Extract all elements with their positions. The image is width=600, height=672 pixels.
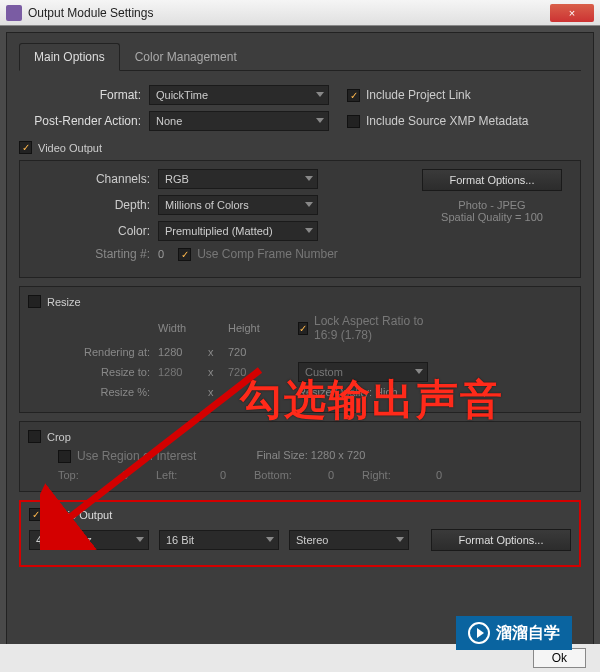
chevron-down-icon (396, 537, 404, 542)
checkbox-icon (347, 89, 360, 102)
resize-checkbox[interactable] (28, 295, 41, 308)
crop-section: Crop Use Region of Interest Final Size: … (19, 421, 581, 492)
depth-label: Depth: (28, 198, 158, 212)
video-format-options-button[interactable]: Format Options... (422, 169, 562, 191)
resize-width-header: Width (158, 322, 208, 334)
depth-select[interactable]: Millions of Colors (158, 195, 318, 215)
resize-pct-label: Resize %: (28, 386, 158, 398)
crop-left-label: Left: (156, 469, 216, 481)
chevron-down-icon (266, 537, 274, 542)
audio-channels-select[interactable]: Stereo (289, 530, 409, 550)
crop-right-label: Right: (362, 469, 432, 481)
format-select[interactable]: QuickTime (149, 85, 329, 105)
resize-h: 720 (228, 366, 278, 378)
play-icon (468, 622, 490, 644)
resize-label: Resize (47, 296, 81, 308)
audio-format-options-button[interactable]: Format Options... (431, 529, 571, 551)
chevron-down-icon (305, 228, 313, 233)
use-comp-frame: Use Comp Frame Number (178, 247, 338, 261)
resize-quality-label: Resize Quality: (298, 386, 372, 398)
crop-top-value: 0 (122, 469, 152, 481)
chevron-down-icon (316, 92, 324, 97)
audio-output-checkbox[interactable] (29, 508, 42, 521)
resize-to-label: Resize to: (28, 366, 158, 378)
crop-left-value: 0 (220, 469, 250, 481)
channels-label: Channels: (28, 172, 158, 186)
ok-button[interactable]: Ok (533, 648, 586, 668)
audio-bits-select[interactable]: 16 Bit (159, 530, 279, 550)
video-output-checkbox[interactable] (19, 141, 32, 154)
render-h: 720 (228, 346, 278, 358)
chevron-down-icon (305, 176, 313, 181)
resize-height-header: Height (228, 322, 278, 334)
color-label: Color: (28, 224, 158, 238)
crop-checkbox[interactable] (28, 430, 41, 443)
tab-main-options[interactable]: Main Options (19, 43, 120, 71)
watermark-logo: 溜溜自学 (456, 616, 572, 650)
format-label: Format: (19, 88, 149, 102)
audio-output-highlight: Audio Output 48.000 kHz 16 Bit Stereo Fo… (19, 500, 581, 567)
render-w: 1280 (158, 346, 208, 358)
audio-rate-select[interactable]: 48.000 kHz (29, 530, 149, 550)
tabs: Main Options Color Management (19, 43, 581, 71)
codec-info-1: Photo - JPEG (412, 199, 572, 211)
resize-w: 1280 (158, 366, 208, 378)
color-select[interactable]: Premultiplied (Matted) (158, 221, 318, 241)
crop-right-value: 0 (436, 469, 466, 481)
checkbox-icon (178, 248, 191, 261)
titlebar: Output Module Settings × (0, 0, 600, 26)
include-project-link[interactable]: Include Project Link (347, 88, 471, 102)
video-output-section: Channels:RGB Depth:Millions of Colors Co… (19, 160, 581, 278)
checkbox-icon (298, 322, 308, 335)
checkbox-icon (58, 450, 71, 463)
lock-aspect: Lock Aspect Ratio to 16:9 (1.78) (298, 314, 438, 342)
chevron-down-icon (316, 118, 324, 123)
crop-bottom-value: 0 (328, 469, 358, 481)
video-output-label: Video Output (38, 142, 102, 154)
post-render-value: None (156, 115, 182, 127)
post-render-select[interactable]: None (149, 111, 329, 131)
resize-section: Resize WidthHeight Lock Aspect Ratio to … (19, 286, 581, 413)
starting-value: 0 (158, 248, 164, 260)
channels-select[interactable]: RGB (158, 169, 318, 189)
checkbox-icon (347, 115, 360, 128)
close-button[interactable]: × (550, 4, 594, 22)
include-xmp[interactable]: Include Source XMP Metadata (347, 114, 529, 128)
main-panel: Main Options Color Management Format: Qu… (6, 32, 594, 668)
app-icon (6, 5, 22, 21)
post-render-label: Post-Render Action: (19, 114, 149, 128)
crop-bottom-label: Bottom: (254, 469, 324, 481)
window-title: Output Module Settings (28, 6, 550, 20)
codec-info-2: Spatial Quality = 100 (412, 211, 572, 223)
audio-output-label: Audio Output (48, 509, 112, 521)
crop-label: Crop (47, 431, 71, 443)
resize-preset-select: Custom (298, 362, 428, 382)
use-roi: Use Region of Interest (58, 449, 196, 463)
crop-final-size: Final Size: 1280 x 720 (256, 449, 365, 463)
chevron-down-icon (305, 202, 313, 207)
crop-top-label: Top: (58, 469, 118, 481)
rendering-at-label: Rendering at: (28, 346, 158, 358)
chevron-down-icon (136, 537, 144, 542)
tab-color-management[interactable]: Color Management (120, 43, 252, 70)
starting-label: Starting #: (28, 247, 158, 261)
resize-quality-value: High (375, 386, 398, 398)
chevron-down-icon (415, 369, 423, 374)
watermark-text: 溜溜自学 (496, 623, 560, 644)
format-value: QuickTime (156, 89, 208, 101)
